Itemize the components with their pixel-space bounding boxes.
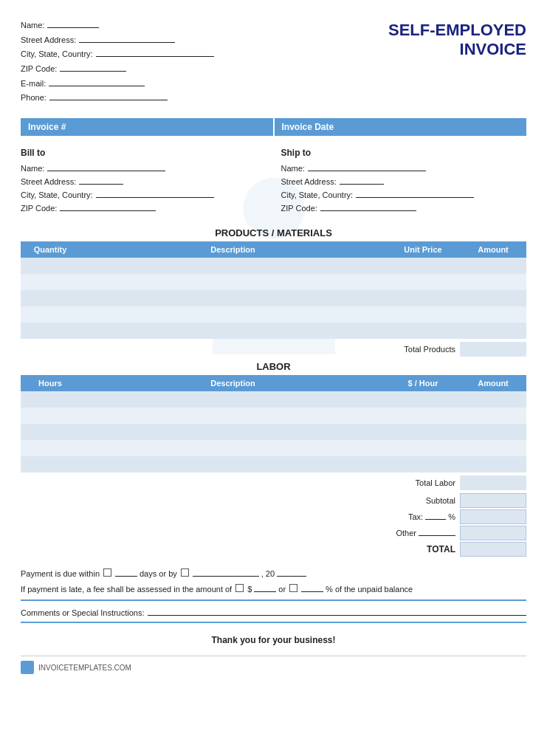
ship-to-title: Ship to xyxy=(281,148,527,158)
ship-street-input[interactable] xyxy=(340,174,384,185)
prod-desc-1[interactable] xyxy=(80,258,386,274)
prod-amt-4[interactable] xyxy=(460,306,526,323)
ship-name-label: Name: xyxy=(281,164,305,173)
total-value[interactable] xyxy=(460,542,526,557)
prod-desc-3[interactable] xyxy=(80,290,386,306)
labor-rate-3[interactable] xyxy=(386,424,460,440)
bill-street-input[interactable] xyxy=(79,174,123,185)
labor-amt-2[interactable] xyxy=(460,408,526,424)
payment-amount-input[interactable] xyxy=(254,591,276,592)
labor-hrs-2[interactable] xyxy=(21,408,80,424)
prod-unit-2[interactable] xyxy=(386,274,460,290)
bill-name-input[interactable] xyxy=(47,161,165,171)
other-input[interactable] xyxy=(419,535,455,536)
prod-unit-5[interactable] xyxy=(386,323,460,339)
prod-qty-5[interactable] xyxy=(21,323,80,339)
title-line2: INVOICE xyxy=(388,40,526,59)
subtotal-row: Subtotal xyxy=(401,493,526,508)
brand-icon xyxy=(21,661,34,674)
labor-amt-3[interactable] xyxy=(460,424,526,440)
labor-rate-2[interactable] xyxy=(386,408,460,424)
bill-to-section: Bill to Name: Street Address: City, Stat… xyxy=(21,148,266,214)
tax-percent-input[interactable] xyxy=(425,519,446,520)
prod-unit-4[interactable] xyxy=(386,306,460,323)
name-input[interactable] xyxy=(47,18,99,28)
invoice-date-label: Invoice Date xyxy=(282,122,334,132)
labor-desc-5[interactable] xyxy=(80,456,386,472)
payment-line1-part1: Payment is due within xyxy=(21,569,100,578)
ship-city-row: City, State, Country: xyxy=(281,188,527,199)
prod-qty-1[interactable] xyxy=(21,258,80,274)
ship-city-input[interactable] xyxy=(356,188,474,198)
prod-unit-1[interactable] xyxy=(386,258,460,274)
prod-desc-4[interactable] xyxy=(80,306,386,323)
table-row xyxy=(21,274,526,290)
prod-amt-3[interactable] xyxy=(460,290,526,306)
table-row xyxy=(21,408,526,424)
comments-input[interactable] xyxy=(148,605,526,616)
city-input[interactable] xyxy=(96,47,214,57)
payment-days-input[interactable] xyxy=(115,576,137,577)
prod-amt-1[interactable] xyxy=(460,258,526,274)
tax-value[interactable] xyxy=(460,509,526,524)
ship-city-label: City, State, Country: xyxy=(281,190,354,199)
payment-checkbox-4[interactable] xyxy=(289,584,297,592)
summary-section: Subtotal Tax: % Other TOTAL xyxy=(21,493,526,558)
prod-qty-3[interactable] xyxy=(21,290,80,306)
table-row xyxy=(21,290,526,306)
prod-qty-2[interactable] xyxy=(21,274,80,290)
labor-desc-1[interactable] xyxy=(80,391,386,408)
prod-amt-2[interactable] xyxy=(460,274,526,290)
table-row xyxy=(21,440,526,456)
other-row: Other xyxy=(396,526,526,540)
labor-hrs-3[interactable] xyxy=(21,424,80,440)
bill-zip-input[interactable] xyxy=(60,201,156,211)
prod-desc-2[interactable] xyxy=(80,274,386,290)
bill-city-row: City, State, Country: xyxy=(21,188,266,199)
prod-unit-3[interactable] xyxy=(386,290,460,306)
labor-table: Hours Description $ / Hour Amount xyxy=(21,375,526,472)
payment-checkbox-2[interactable] xyxy=(181,568,189,577)
labor-rate-1[interactable] xyxy=(386,391,460,408)
ship-zip-label: ZIP Code: xyxy=(281,204,317,213)
subtotal-value[interactable] xyxy=(460,493,526,508)
labor-amt-5[interactable] xyxy=(460,456,526,472)
prod-desc-5[interactable] xyxy=(80,323,386,339)
bill-ship-section: Bill to Name: Street Address: City, Stat… xyxy=(21,148,526,214)
ship-zip-input[interactable] xyxy=(320,201,416,211)
total-labor-value[interactable] xyxy=(460,475,526,490)
labor-amt-1[interactable] xyxy=(460,391,526,408)
ship-name-input[interactable] xyxy=(308,161,426,171)
payment-checkbox-1[interactable] xyxy=(103,568,111,577)
street-input[interactable] xyxy=(79,32,175,43)
labor-amt-4[interactable] xyxy=(460,440,526,456)
other-label: Other xyxy=(396,529,460,537)
payment-checkbox-3[interactable] xyxy=(235,584,244,592)
payment-date-input[interactable] xyxy=(193,576,259,577)
total-labor-label: Total Labor xyxy=(386,478,460,487)
labor-hrs-4[interactable] xyxy=(21,440,80,456)
labor-desc-4[interactable] xyxy=(80,440,386,456)
labor-rate-4[interactable] xyxy=(386,440,460,456)
labor-hrs-5[interactable] xyxy=(21,456,80,472)
other-value[interactable] xyxy=(460,526,526,540)
bill-city-label: City, State, Country: xyxy=(21,190,93,199)
zip-input[interactable] xyxy=(60,61,126,72)
bill-street-label: Street Address: xyxy=(21,177,76,186)
labor-desc-3[interactable] xyxy=(80,424,386,440)
labor-hrs-1[interactable] xyxy=(21,391,80,408)
prod-amt-5[interactable] xyxy=(460,323,526,339)
street-field-row: Street Address: xyxy=(21,32,214,47)
tax-row: Tax: % xyxy=(401,509,526,524)
email-input[interactable] xyxy=(49,76,145,86)
prod-qty-4[interactable] xyxy=(21,306,80,323)
labor-rate-5[interactable] xyxy=(386,456,460,472)
bill-city-input[interactable] xyxy=(96,188,214,198)
phone-input[interactable] xyxy=(49,90,168,100)
city-label: City, State, Country: xyxy=(21,47,93,61)
table-row xyxy=(21,424,526,440)
payment-percent-input[interactable] xyxy=(301,591,323,592)
payment-year-input[interactable] xyxy=(277,576,306,577)
total-products-value[interactable] xyxy=(460,342,526,357)
labor-desc-2[interactable] xyxy=(80,408,386,424)
